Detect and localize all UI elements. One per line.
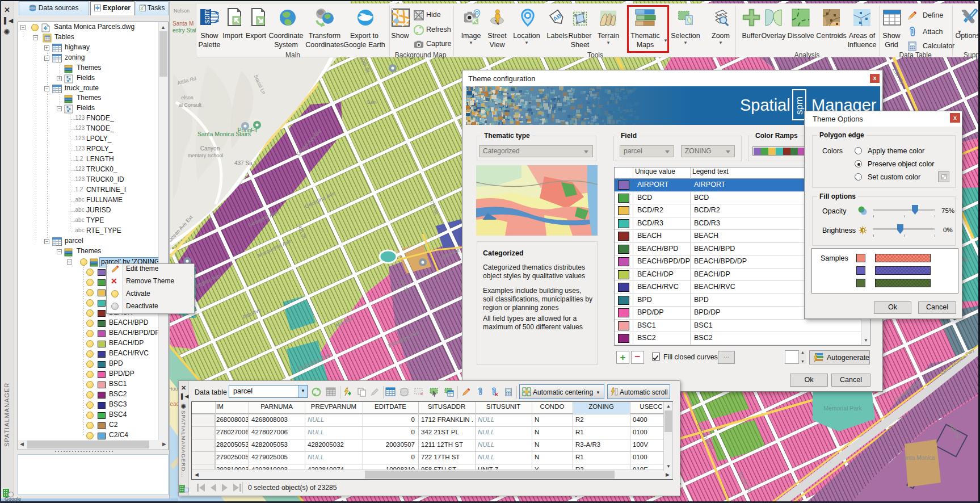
svg-text:Santa M: Santa M: [173, 20, 194, 27]
svg-text:Memorial Park: Memorial Park: [823, 405, 862, 412]
svg-text:spm: spm: [202, 9, 211, 24]
svg-text:anta Monica: anta Monica: [904, 455, 935, 461]
svg-text:Nelson: Nelson: [174, 8, 190, 14]
svg-text:437 Sa...: 437 Sa...: [234, 160, 257, 166]
svg-text:San: San: [367, 99, 377, 105]
svg-text:al Consult: al Consult: [179, 102, 202, 108]
svg-text:Canyon: Canyon: [200, 145, 220, 152]
svg-text:mentary School: mentary School: [188, 153, 224, 158]
svg-text:elson: elson: [181, 95, 194, 100]
